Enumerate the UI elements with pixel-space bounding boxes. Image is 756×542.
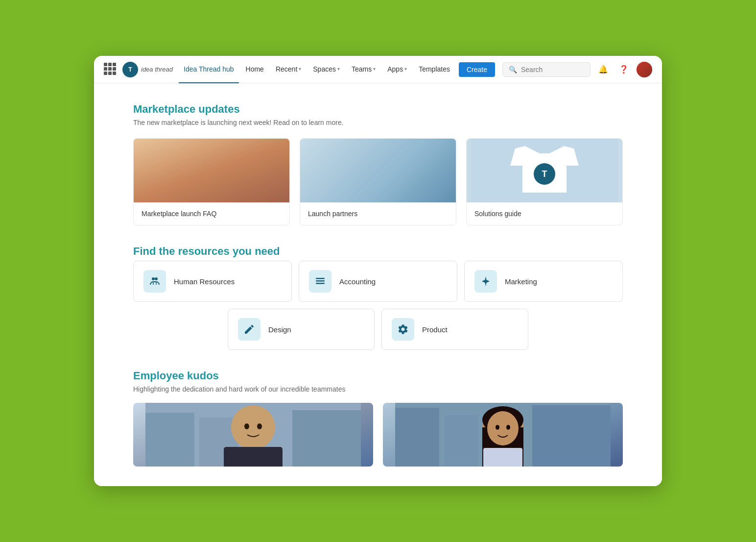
resources-section: Find the resources you need Human Resour… [133,245,623,350]
search-box[interactable]: 🔍 [502,62,591,77]
chevron-down-icon: ▾ [404,66,407,72]
nav-templates[interactable]: Templates [414,56,455,83]
kudos-card-2[interactable] [383,403,623,467]
card-3-label: Solutions guide [474,210,521,218]
notifications-button[interactable]: 🔔 [595,62,611,77]
svg-rect-31 [316,278,325,279]
svg-marker-34 [482,276,490,286]
kudos-subtitle: Highlighting the dedication and hard wor… [133,385,623,393]
svg-rect-45 [444,415,478,467]
help-button[interactable]: ❓ [616,62,632,77]
marketing-label: Marketing [505,277,537,286]
kudos-photo-2 [383,403,623,467]
nav-home[interactable]: Home [241,56,269,83]
svg-point-8 [237,156,254,172]
product-icon [392,318,414,341]
svg-rect-36 [145,413,194,467]
resource-hr[interactable]: Human Resources [133,261,292,302]
svg-rect-16 [402,144,447,193]
card-image-1 [134,139,289,202]
card-image-2 [300,139,456,202]
kudos-photo-1 [133,403,373,467]
pencil-icon [243,323,255,335]
card-2-label: Launch partners [308,210,357,218]
svg-rect-46 [532,405,611,467]
design-label: Design [268,325,291,334]
svg-rect-7 [205,171,218,195]
people-illustration-2 [300,139,456,202]
search-icon: 🔍 [509,66,517,74]
svg-point-41 [244,423,249,429]
marketplace-card-1[interactable]: Marketplace launch FAQ [133,138,290,225]
search-input[interactable] [521,66,584,74]
svg-rect-5 [170,174,185,201]
resource-product[interactable]: Product [381,309,528,350]
resource-design[interactable]: Design [228,309,375,350]
svg-text:T: T [128,66,132,73]
logo-text: idea thread [141,66,173,73]
svg-point-53 [506,425,510,430]
resource-marketing[interactable]: Marketing [464,261,623,302]
svg-point-6 [204,155,219,171]
people-icon [149,275,161,287]
svg-rect-38 [292,410,361,467]
nav-apps[interactable]: Apps ▾ [382,56,412,83]
people-illustration-1 [134,139,289,202]
hr-icon [143,270,166,293]
svg-rect-9 [239,172,253,199]
svg-point-39 [231,405,275,449]
svg-rect-44 [395,408,439,467]
accounting-icon [309,270,331,293]
logo[interactable]: T idea thread [122,62,173,77]
svg-point-52 [496,425,499,430]
svg-text:T: T [542,169,547,179]
nav-teams[interactable]: Teams ▾ [347,56,380,83]
svg-rect-12 [305,139,451,202]
marketplace-card-2[interactable]: Launch partners [300,138,456,225]
chevron-down-icon: ▾ [337,66,340,72]
resources-bottom-row: Design Product [133,309,623,350]
nav-spaces[interactable]: Spaces ▾ [308,56,345,83]
marketplace-card-3[interactable]: T Solutions guide [466,138,623,225]
card-2-body: Launch partners [300,202,456,225]
resource-accounting[interactable]: Accounting [299,261,457,302]
svg-rect-40 [224,447,283,467]
svg-point-19 [374,154,392,172]
nav-recent[interactable]: Recent ▾ [271,56,306,83]
create-button[interactable]: Create [459,62,495,77]
svg-point-17 [339,156,358,175]
svg-rect-20 [375,172,391,201]
kudos-person-1 [133,403,373,467]
sparkle-icon [480,275,492,287]
svg-point-28 [155,277,158,280]
svg-point-4 [168,157,186,174]
svg-rect-15 [358,144,398,193]
svg-rect-32 [316,280,325,282]
marketplace-title: Marketplace updates [133,103,623,116]
svg-rect-51 [483,448,522,467]
svg-point-42 [257,423,262,429]
kudos-title: Employee kudos [133,370,623,382]
svg-rect-3 [138,158,285,202]
list-icon [314,275,326,287]
card-1-label: Marketplace launch FAQ [142,210,216,218]
marketplace-subtitle: The new marketplace is launching next we… [133,119,623,126]
logo-svg: T [125,65,135,74]
navbar: T idea thread Idea Thread hub Home Recen… [94,56,662,83]
kudos-section: Employee kudos Highlighting the dedicati… [133,370,623,467]
chevron-down-icon: ▾ [299,66,301,72]
kudos-card-1[interactable] [133,403,373,467]
svg-rect-2 [138,139,285,202]
card-3-body: Solutions guide [467,202,622,225]
grid-menu-icon[interactable] [104,63,118,76]
marketplace-cards: Marketplace launch FAQ [133,138,623,225]
nav-hub[interactable]: Idea Thread hub [179,56,239,83]
svg-rect-13 [305,139,451,202]
resources-title: Find the resources you need [133,245,623,258]
marketplace-section: Marketplace updates The new marketplace … [133,103,623,225]
accounting-label: Accounting [339,277,376,286]
svg-rect-14 [314,144,354,193]
kudos-person-2 [383,403,623,467]
avatar[interactable] [637,62,652,77]
svg-point-21 [405,155,424,173]
